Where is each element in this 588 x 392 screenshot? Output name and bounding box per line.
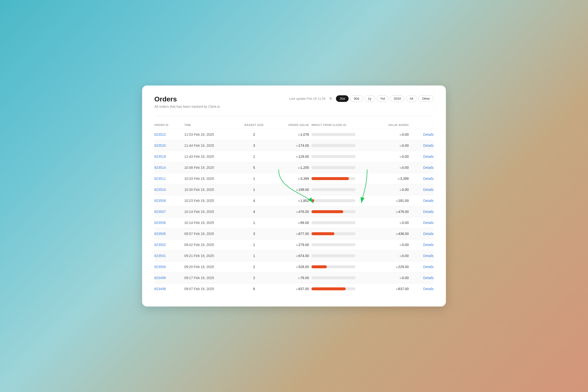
refresh-icon[interactable]: ↻ xyxy=(329,96,332,101)
filter-other[interactable]: Other xyxy=(418,95,434,102)
details-link[interactable]: Details xyxy=(423,144,434,148)
filter-2024[interactable]: 2024 xyxy=(390,95,404,102)
cell-order-value: kr674.00 xyxy=(269,250,309,262)
card-header: Orders All orders that has been tracked … xyxy=(154,95,434,108)
order-id-link[interactable]: 823520 xyxy=(154,144,166,148)
impact-bar-fill xyxy=(312,232,334,235)
order-id-link[interactable]: 823510 xyxy=(154,188,166,192)
cell-value-added: kr837.00 xyxy=(369,284,409,294)
header-controls: Last update Feb 19 11:54 ↻ 30d 90d 1y Yt… xyxy=(289,95,434,102)
cell-value-added: kr0.00 xyxy=(369,129,409,140)
cell-details: Details xyxy=(409,239,434,250)
table-row: 82351911:43 Feb 19, 20251kr129.00kr0.00D… xyxy=(154,151,434,162)
cell-impact xyxy=(309,173,369,184)
cell-impact xyxy=(309,262,369,272)
cell-impact xyxy=(309,239,369,250)
cell-value-added: kr0.00 xyxy=(369,272,409,284)
filter-ytd[interactable]: Ytd xyxy=(376,95,389,102)
cell-impact xyxy=(309,151,369,162)
details-link[interactable]: Details xyxy=(423,276,434,280)
cell-order-id: 823501 xyxy=(154,250,184,262)
details-link[interactable]: Details xyxy=(423,254,434,258)
cell-impact xyxy=(309,129,369,140)
filter-1y[interactable]: 1y xyxy=(364,95,375,102)
cell-order-id: 823519 xyxy=(154,151,184,162)
order-id-link[interactable]: 823505 xyxy=(154,232,166,236)
cell-order-id: 823500 xyxy=(154,262,184,272)
impact-bar-container xyxy=(312,232,356,235)
table-row: 82349909:17 Feb 19, 20252kr78.00kr0.00De… xyxy=(154,272,434,284)
table-row: 82351110:33 Feb 19, 20251kr3,399kr3,399D… xyxy=(154,173,434,184)
cell-time: 10:48 Feb 19, 2025 xyxy=(184,162,239,173)
impact-bar-container xyxy=(312,254,356,257)
cell-impact xyxy=(309,162,369,173)
cell-basket-size: 1 xyxy=(239,173,269,184)
details-link[interactable]: Details xyxy=(423,154,434,158)
cell-time: 11:44 Feb 19, 2025 xyxy=(184,140,239,151)
cell-details: Details xyxy=(409,272,434,284)
order-id-link[interactable]: 823500 xyxy=(154,265,166,269)
details-link[interactable]: Details xyxy=(423,188,434,192)
filter-all[interactable]: All xyxy=(406,95,417,102)
table-row: 82352011:44 Feb 19, 20253kr174.00kr0.00D… xyxy=(154,140,434,151)
cell-order-value: kr89.00 xyxy=(269,217,309,228)
impact-bar-container xyxy=(312,144,356,147)
orders-card: Orders All orders that has been tracked … xyxy=(142,86,446,306)
impact-bar-container xyxy=(312,199,356,202)
details-link[interactable]: Details xyxy=(423,199,434,202)
details-link[interactable]: Details xyxy=(423,221,434,225)
order-id-link[interactable]: 823501 xyxy=(154,254,166,258)
order-id-link[interactable]: 823511 xyxy=(154,177,166,180)
order-id-link[interactable]: 823514 xyxy=(154,166,166,170)
cell-order-id: 823505 xyxy=(154,228,184,239)
order-id-link[interactable]: 823508 xyxy=(154,199,166,202)
filter-90d[interactable]: 90d xyxy=(350,95,363,102)
cell-value-added: kr0.00 xyxy=(369,184,409,195)
cell-details: Details xyxy=(409,162,434,173)
details-link[interactable]: Details xyxy=(423,243,434,247)
cell-details: Details xyxy=(409,140,434,151)
order-id-link[interactable]: 823522 xyxy=(154,132,166,136)
order-id-link[interactable]: 823519 xyxy=(154,154,166,158)
details-link[interactable]: Details xyxy=(423,265,434,269)
cell-time: 09:20 Feb 19, 2025 xyxy=(184,262,239,272)
details-link[interactable]: Details xyxy=(423,210,434,214)
order-id-link[interactable]: 823498 xyxy=(154,287,166,291)
details-link[interactable]: Details xyxy=(423,232,434,236)
details-link[interactable]: Details xyxy=(423,166,434,170)
order-id-link[interactable]: 823499 xyxy=(154,276,166,280)
table-row: 82352211:53 Feb 19, 20252kr1,078kr0.00De… xyxy=(154,129,434,140)
cell-impact xyxy=(309,228,369,239)
cell-order-value: kr3,399 xyxy=(269,173,309,184)
col-header-order-id: ORDER ID xyxy=(154,121,184,129)
cell-value-added: kr0.00 xyxy=(369,151,409,162)
cell-impact xyxy=(309,250,369,262)
details-link[interactable]: Details xyxy=(423,177,434,180)
order-id-link[interactable]: 823506 xyxy=(154,221,166,225)
order-id-link[interactable]: 823502 xyxy=(154,243,166,247)
col-header-time: TIME xyxy=(184,121,239,129)
cell-details: Details xyxy=(409,195,434,206)
table-row: 82350109:21 Feb 19, 20251kr674.00kr0.00D… xyxy=(154,250,434,262)
impact-bar-fill xyxy=(312,177,349,180)
cell-order-id: 823520 xyxy=(154,140,184,151)
cell-basket-size: 5 xyxy=(239,162,269,173)
cell-basket-size: 2 xyxy=(239,262,269,272)
filter-30d[interactable]: 30d xyxy=(336,95,349,102)
cell-basket-size: 4 xyxy=(239,195,269,206)
impact-bar-container xyxy=(312,166,356,169)
cell-time: 11:43 Feb 19, 2025 xyxy=(184,151,239,162)
table-row: 82349809:07 Feb 19, 20258kr837.00kr837.0… xyxy=(154,284,434,294)
details-link[interactable]: Details xyxy=(423,287,434,291)
cell-order-id: 823514 xyxy=(154,162,184,173)
orders-table: ORDER ID TIME BASKET SIZE ORDER VALUE IM… xyxy=(154,121,434,294)
impact-bar-fill xyxy=(312,210,343,213)
title-section: Orders All orders that has been tracked … xyxy=(154,95,220,108)
details-link[interactable]: Details xyxy=(423,132,434,136)
cell-time: 09:17 Feb 19, 2025 xyxy=(184,272,239,284)
cell-basket-size: 8 xyxy=(239,284,269,294)
order-id-link[interactable]: 823507 xyxy=(154,210,166,214)
impact-bar-fill xyxy=(312,265,327,268)
page-subtitle: All orders that has been tracked by Cler… xyxy=(154,104,220,108)
impact-bar-container xyxy=(312,188,356,191)
